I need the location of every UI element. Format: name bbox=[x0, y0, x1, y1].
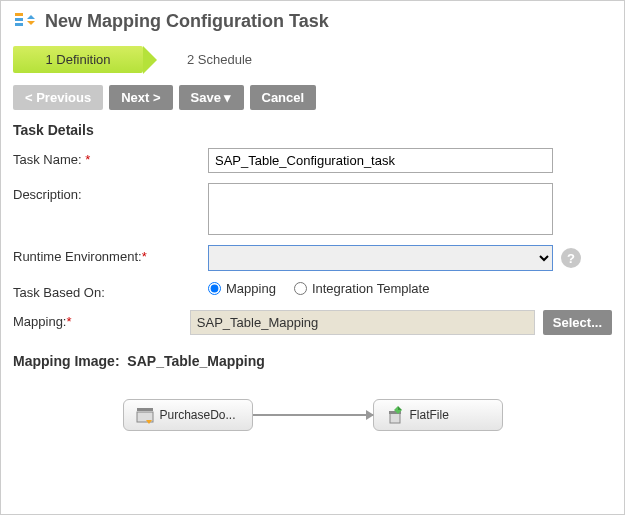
mapping-diagram: PurchaseDo... FlatFile bbox=[13, 399, 612, 431]
source-label: PurchaseDo... bbox=[160, 408, 236, 422]
row-task-based-on: Task Based On: Mapping Integration Templ… bbox=[13, 281, 612, 300]
diagram-source-node[interactable]: PurchaseDo... bbox=[123, 399, 253, 431]
target-flatfile-icon bbox=[386, 406, 404, 424]
previous-button: < Previous bbox=[13, 85, 103, 110]
next-button[interactable]: Next > bbox=[109, 85, 172, 110]
wizard-tabs: 1 Definition 2 Schedule bbox=[13, 46, 612, 73]
svg-rect-3 bbox=[137, 408, 153, 411]
button-toolbar: < Previous Next > Save ▾ Cancel bbox=[13, 85, 612, 110]
label-description: Description: bbox=[13, 183, 208, 202]
radio-mapping-input[interactable] bbox=[208, 282, 221, 295]
cancel-button[interactable]: Cancel bbox=[250, 85, 317, 110]
tab-definition[interactable]: 1 Definition bbox=[13, 46, 143, 73]
radio-template[interactable]: Integration Template bbox=[294, 281, 430, 296]
label-task-based-on: Task Based On: bbox=[13, 281, 208, 300]
page-title: New Mapping Configuration Task bbox=[45, 11, 329, 32]
page-header: New Mapping Configuration Task bbox=[13, 9, 612, 34]
task-icon bbox=[13, 9, 37, 34]
tab-schedule[interactable]: 2 Schedule bbox=[173, 46, 266, 73]
radio-template-input[interactable] bbox=[294, 282, 307, 295]
section-title: Task Details bbox=[13, 122, 612, 138]
row-task-name: Task Name: * bbox=[13, 148, 612, 173]
label-mapping: Mapping:* bbox=[13, 310, 190, 329]
help-icon[interactable]: ? bbox=[561, 248, 581, 268]
task-name-input[interactable] bbox=[208, 148, 553, 173]
diagram-target-node[interactable]: FlatFile bbox=[373, 399, 503, 431]
runtime-env-select[interactable] bbox=[208, 245, 553, 271]
label-task-name: Task Name: * bbox=[13, 148, 208, 167]
select-mapping-button[interactable]: Select... bbox=[543, 310, 612, 335]
svg-rect-1 bbox=[15, 18, 23, 21]
svg-rect-0 bbox=[15, 13, 23, 16]
row-runtime-env: Runtime Environment:* ? bbox=[13, 245, 612, 271]
svg-rect-2 bbox=[15, 23, 23, 26]
radio-mapping[interactable]: Mapping bbox=[208, 281, 276, 296]
mapping-image-title: Mapping Image: SAP_Table_Mapping bbox=[13, 353, 612, 369]
description-textarea[interactable] bbox=[208, 183, 553, 235]
source-table-icon bbox=[136, 406, 154, 424]
radio-group-basedon: Mapping Integration Template bbox=[208, 281, 429, 296]
label-runtime-env: Runtime Environment:* bbox=[13, 245, 208, 264]
mapping-value: SAP_Table_Mapping bbox=[190, 310, 535, 335]
save-button[interactable]: Save ▾ bbox=[179, 85, 244, 110]
target-label: FlatFile bbox=[410, 408, 449, 422]
diagram-arrow bbox=[253, 414, 373, 416]
row-description: Description: bbox=[13, 183, 612, 235]
row-mapping: Mapping:* SAP_Table_Mapping Select... bbox=[13, 310, 612, 335]
